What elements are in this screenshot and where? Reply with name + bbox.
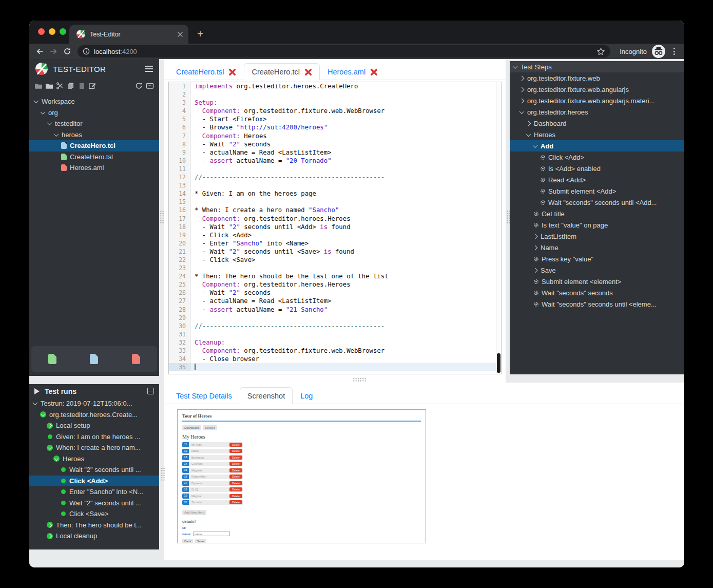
window-minimize-button[interactable] (49, 28, 55, 35)
left-splitter-handle[interactable] (160, 210, 164, 224)
workspace-item-heroes-aml[interactable]: Heroes.aml (29, 162, 159, 174)
code-line-13[interactable]: 13 (169, 181, 501, 189)
code-line-18[interactable]: 18 - Wait "2" seconds until <Add> is fou… (169, 223, 501, 231)
test-run-item-when-i-create-a-hero-nam[interactable]: When: I create a hero nam... (29, 442, 159, 453)
test-step-click-add[interactable]: Click <Add> (510, 151, 684, 163)
code-line-1[interactable]: 1implements org.testeditor.heroes.Create… (169, 82, 501, 90)
workspace-item-org[interactable]: org (29, 107, 159, 119)
workspace-item-workspace[interactable]: Workspace (29, 96, 159, 107)
code-line-24[interactable]: 24* Then: The hero should be the last on… (169, 272, 501, 280)
new-tab-button[interactable]: + (192, 26, 208, 42)
test-step-submit-element-add[interactable]: Submit element <Add> (510, 185, 684, 197)
close-tab-icon[interactable] (228, 68, 236, 76)
collapse-all-icon[interactable] (146, 82, 154, 90)
workspace-item-createhero-tcl[interactable]: CreateHero.tcl (29, 140, 159, 151)
close-tab-icon[interactable] (304, 68, 312, 76)
code-line-3[interactable]: 3Setup: (169, 99, 501, 107)
test-step-read-add[interactable]: Read <Add> (510, 174, 684, 185)
code-line-22[interactable]: 22 - Click <Save> (169, 256, 501, 264)
details-tab-log[interactable]: Log (293, 387, 320, 404)
test-step-org-testeditor-heroes[interactable]: org.testeditor.heroes (510, 106, 684, 118)
test-run-item-local-setup[interactable]: Local setup (29, 420, 159, 431)
test-step-lastlistitem[interactable]: LastListItem (510, 231, 684, 242)
test-step-org-testeditor-fixture-web-angularjs[interactable]: org.testeditor.fixture.web.angularjs (510, 84, 684, 95)
rename-icon[interactable] (88, 82, 97, 90)
test-step-test-steps[interactable]: Test Steps (510, 61, 684, 72)
code-line-2[interactable]: 2 (169, 90, 501, 99)
test-step-get-title[interactable]: Get title (510, 208, 684, 219)
test-run-item-enter-sancho-into-n[interactable]: Enter "Sancho" into <N... (29, 486, 159, 498)
test-run-item-org-testeditor-heroes-create[interactable]: org.testeditor.heroes.Create... (29, 409, 159, 421)
code-line-9[interactable]: 9 - actualName = Read <LastListItem> (169, 148, 501, 157)
refresh-icon[interactable] (134, 82, 143, 90)
code-line-5[interactable]: 5 - Start <Firefox> (169, 115, 501, 123)
code-line-7[interactable]: 7 Component: Heroes (169, 132, 501, 140)
test-step-wait-seconds-seconds[interactable]: Wait "seconds" seconds (510, 287, 684, 298)
new-folder-icon[interactable] (34, 82, 43, 90)
code-line-27[interactable]: 27 - actualName = Read <LastListItem> (169, 297, 501, 305)
code-line-16[interactable]: 16* When: I create a hero named "Sancho" (169, 206, 501, 214)
new-tsl-file-icon[interactable] (48, 354, 56, 364)
page-info-icon[interactable] (83, 48, 90, 55)
code-line-14[interactable]: 14* Given: I am on the heroes page (169, 189, 501, 198)
code-line-29[interactable]: 29 (169, 314, 501, 322)
collapse-panel-icon[interactable] (147, 388, 154, 394)
details-tab-screenshot[interactable]: Screenshot (240, 387, 293, 404)
paste-icon[interactable] (78, 82, 86, 90)
scrollbar-thumb[interactable] (497, 353, 500, 373)
test-step-name[interactable]: Name (510, 242, 684, 253)
cut-icon[interactable] (56, 82, 64, 90)
workspace-item-createhero-tsl[interactable]: CreateHero.tsl (29, 151, 159, 163)
address-bar[interactable]: localhost:4200 (78, 45, 610, 58)
back-icon[interactable] (35, 47, 44, 55)
test-step-dashboard[interactable]: Dashboard (510, 118, 684, 129)
test-step-wait-seconds-seconds-until-add[interactable]: Wait "seconds" seconds until <Add... (510, 197, 684, 208)
editor-tab-heroes-aml[interactable]: Heroes.aml (320, 63, 386, 80)
code-line-25[interactable]: 25 Component: org.testeditor.heroes.Hero… (169, 280, 501, 289)
editor-scrollbar[interactable] (496, 82, 501, 374)
test-run-item-then-the-hero-should-be-t[interactable]: Then: The hero should be t... (29, 520, 159, 531)
test-step-submit-element-element[interactable]: Submit element <element> (510, 276, 684, 287)
browser-menu-icon[interactable] (670, 48, 678, 55)
code-line-30[interactable]: 30//------------------------------------… (169, 322, 501, 330)
open-folder-icon[interactable] (45, 82, 53, 90)
window-zoom-button[interactable] (60, 28, 66, 35)
test-run-item-testrun-2019-07-12t15-06-0[interactable]: Testrun: 2019-07-12T15:06:0... (29, 398, 159, 409)
code-line-19[interactable]: 19 - Click <Add> (169, 231, 501, 239)
forward-icon[interactable] (49, 47, 58, 55)
right-splitter-handle[interactable] (506, 210, 511, 224)
editor-tab-createhero-tcl[interactable]: CreateHero.tcl (244, 63, 319, 80)
tab-close-icon[interactable] (177, 31, 183, 37)
copy-icon[interactable] (67, 82, 75, 90)
test-run-item-wait-2-seconds-until[interactable]: Wait "2" seconds until ... (29, 498, 159, 509)
editor-tab-createhero-tsl[interactable]: CreateHero.tsl (168, 63, 244, 80)
close-tab-icon[interactable] (370, 68, 378, 76)
test-step-org-testeditor-fixture-web-angularjs-materi[interactable]: org.testeditor.fixture.web.angularjs.mat… (510, 95, 684, 106)
code-line-26[interactable]: 26 - Wait "2" seconds (169, 289, 501, 297)
test-run-item-local-cleanup[interactable]: Local cleanup (29, 530, 159, 542)
test-step-is-add-enabled[interactable]: Is <Add> enabled (510, 163, 684, 174)
run-play-icon[interactable] (34, 388, 40, 394)
horizontal-splitter-handle[interactable] (353, 377, 367, 382)
browser-tab[interactable]: Test-Editor (69, 25, 188, 44)
code-line-12[interactable]: 12//------------------------------------… (169, 173, 501, 181)
code-line-11[interactable]: 11 (169, 165, 501, 173)
test-run-item-heroes[interactable]: Heroes (29, 453, 159, 465)
test-run-item-wait-2-seconds-until[interactable]: Wait "2" seconds until ... (29, 464, 159, 476)
test-run-item-click-save[interactable]: Click <Save> (29, 508, 159, 520)
test-run-item-click-add[interactable]: Click <Add> (29, 476, 159, 487)
test-step-wait-seconds-seconds-until-eleme[interactable]: Wait "seconds" seconds until <eleme... (510, 298, 684, 310)
window-close-button[interactable] (38, 28, 45, 35)
code-line-23[interactable]: 23 (169, 264, 501, 272)
incognito-icon[interactable] (652, 45, 665, 58)
code-line-33[interactable]: 33 Component: org.testeditor.fixture.web… (169, 347, 501, 355)
test-step-save[interactable]: Save (510, 264, 684, 276)
menu-icon[interactable] (145, 66, 153, 72)
test-step-org-testeditor-fixture-web[interactable]: org.testeditor.fixture.web (510, 72, 684, 84)
test-step-is-text-value-on-page[interactable]: Is text "value" on page (510, 219, 684, 231)
code-line-34[interactable]: 34 - Close browser (169, 355, 501, 363)
bookmark-star-icon[interactable] (596, 47, 605, 56)
code-line-21[interactable]: 21 - Wait "2" seconds until <Save> is fo… (169, 248, 501, 256)
code-line-4[interactable]: 4 Component: org.testeditor.fixture.web.… (169, 107, 501, 115)
code-line-10[interactable]: 10 - assert actualName = "20 Tornado" (169, 157, 501, 165)
